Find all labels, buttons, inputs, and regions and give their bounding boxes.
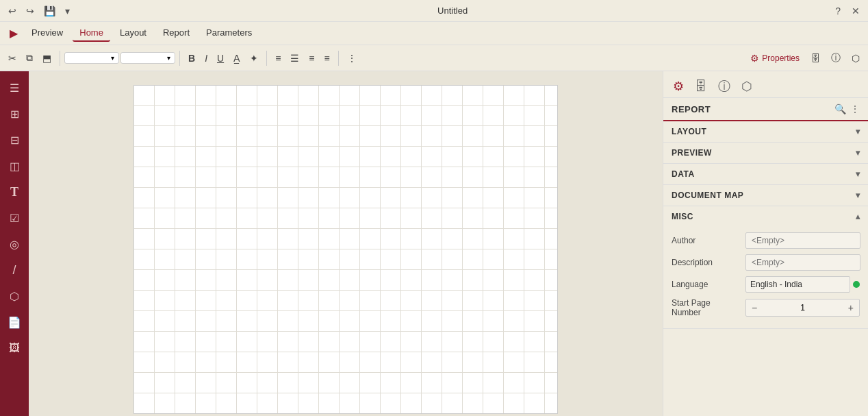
sidebar-icon-text[interactable]: T bbox=[3, 181, 25, 203]
menu-parameters[interactable]: Parameters bbox=[199, 25, 259, 42]
sidebar-icon-line[interactable]: / bbox=[3, 259, 25, 281]
export-button[interactable]: ⬡ bbox=[847, 50, 864, 66]
sidebar-icon-image[interactable]: 🖼 bbox=[3, 337, 25, 359]
language-status-dot bbox=[853, 281, 860, 288]
properties-label: Properties bbox=[762, 53, 800, 63]
info-button[interactable]: ⓘ bbox=[827, 49, 845, 67]
menu-report[interactable]: Report bbox=[156, 25, 196, 42]
font-color-button[interactable]: A̲ bbox=[229, 50, 244, 66]
sidebar-icon-hamburger[interactable]: ☰ bbox=[3, 77, 25, 99]
data-button[interactable]: 🗄 bbox=[806, 50, 824, 66]
panel-title-area: REPORT 🔍 ⋮ bbox=[663, 98, 868, 121]
separator-2 bbox=[179, 51, 180, 66]
description-input[interactable] bbox=[745, 254, 860, 271]
preview-section-label: PREVIEW bbox=[672, 148, 712, 158]
panel-title: REPORT bbox=[672, 104, 834, 114]
save-dropdown-button[interactable]: ▾ bbox=[62, 4, 73, 18]
close-button[interactable]: ✕ bbox=[849, 4, 863, 18]
info-tab-button[interactable]: ⓘ bbox=[714, 75, 735, 97]
sidebar-icon-document[interactable]: 📄 bbox=[3, 311, 25, 333]
align-left-button[interactable]: ≡ bbox=[271, 50, 285, 66]
language-select-wrap: English - India English - US French Germ… bbox=[745, 276, 860, 293]
document-map-chevron-icon: ▾ bbox=[856, 191, 860, 200]
underline-button[interactable]: U bbox=[213, 50, 228, 66]
report-canvas bbox=[133, 85, 558, 414]
right-panel: ⚙ 🗄 ⓘ ⬡ REPORT 🔍 ⋮ LAYOUT ▾ PREVIEW ▾ bbox=[663, 71, 868, 416]
preview-play-button[interactable]: ▶ bbox=[5, 24, 22, 42]
more-panel-button[interactable]: ⋮ bbox=[850, 103, 860, 114]
title-bar-left: ↩ ↪ 💾 ▾ bbox=[5, 4, 73, 18]
author-input[interactable] bbox=[745, 232, 860, 249]
search-panel-button[interactable]: 🔍 bbox=[834, 103, 846, 114]
sidebar-icon-layers[interactable]: ⊞ bbox=[3, 103, 25, 125]
redo-button[interactable]: ↪ bbox=[23, 4, 37, 18]
author-row: Author bbox=[672, 232, 860, 249]
menu-bar: ▶ Preview Home Layout Report Parameters bbox=[0, 22, 868, 45]
data-section-header[interactable]: DATA ▾ bbox=[663, 164, 868, 184]
stepper-decrement-button[interactable]: − bbox=[746, 299, 763, 316]
sidebar-icon-checkbox[interactable]: ☑ bbox=[3, 207, 25, 229]
undo-button[interactable]: ↩ bbox=[5, 4, 19, 18]
stepper-increment-button[interactable]: + bbox=[843, 299, 859, 316]
gear-icon: ⚙ bbox=[750, 53, 759, 64]
paste-button[interactable]: ⬒ bbox=[38, 50, 55, 66]
bold-button[interactable]: B bbox=[184, 50, 199, 66]
data-section: DATA ▾ bbox=[663, 164, 868, 185]
save-button[interactable]: 💾 bbox=[41, 4, 58, 18]
canvas-area: ContinuousSection1 + Add Section bbox=[29, 71, 663, 416]
title-bar-right: ? ✕ bbox=[832, 4, 863, 18]
misc-chevron-icon: ▴ bbox=[856, 212, 860, 221]
align-right-button[interactable]: ≡ bbox=[305, 50, 318, 66]
copy-button[interactable]: ⧉ bbox=[22, 49, 37, 66]
separator-1 bbox=[60, 51, 60, 66]
layout-section: LAYOUT ▾ bbox=[663, 121, 868, 143]
start-page-number-stepper: − 1 + bbox=[745, 299, 860, 317]
toolbar-right: ⚙ Properties 🗄 ⓘ ⬡ bbox=[746, 49, 864, 67]
document-map-section-label: DOCUMENT MAP bbox=[672, 191, 743, 200]
language-row: Language English - India English - US Fr… bbox=[672, 276, 860, 293]
sidebar-icon-target[interactable]: ◎ bbox=[3, 233, 25, 255]
pin-tab-button[interactable]: ⬡ bbox=[737, 76, 756, 97]
preview-section: PREVIEW ▾ bbox=[663, 143, 868, 164]
align-justify-button[interactable]: ≡ bbox=[320, 50, 333, 66]
document-map-section: DOCUMENT MAP ▾ bbox=[663, 185, 868, 206]
separator-4 bbox=[338, 51, 339, 66]
toolbar: ✂ ⧉ ⬒ ▾ ▾ B I U A̲ ✦ ≡ ☰ ≡ ≡ ⋮ ⚙ Propert… bbox=[0, 45, 868, 71]
sidebar-icon-components[interactable]: ⊟ bbox=[3, 129, 25, 151]
main-area: ☰ ⊞ ⊟ ◫ T ☑ ◎ / ⬡ 📄 🖼 ContinuousSection1… bbox=[0, 71, 868, 416]
description-row: Description bbox=[672, 254, 860, 271]
sidebar-icon-layers2[interactable]: ◫ bbox=[3, 155, 25, 177]
misc-section-header[interactable]: MISC ▴ bbox=[663, 206, 868, 227]
italic-button[interactable]: I bbox=[201, 50, 212, 66]
font-dropdown[interactable]: ▾ bbox=[64, 52, 119, 64]
help-button[interactable]: ? bbox=[832, 4, 843, 18]
layout-section-label: LAYOUT bbox=[672, 127, 706, 136]
document-map-section-header[interactable]: DOCUMENT MAP ▾ bbox=[663, 185, 868, 206]
cut-button[interactable]: ✂ bbox=[4, 50, 21, 66]
document-title: Untitled bbox=[73, 5, 832, 16]
more-options-button[interactable]: ⋮ bbox=[343, 50, 361, 66]
data-tab-button[interactable]: 🗄 bbox=[691, 77, 711, 97]
title-bar: ↩ ↪ 💾 ▾ Untitled ? ✕ bbox=[0, 0, 868, 22]
highlight-button[interactable]: ✦ bbox=[246, 50, 262, 66]
menu-preview[interactable]: Preview bbox=[25, 25, 70, 42]
align-center-button[interactable]: ☰ bbox=[286, 50, 303, 66]
canvas-wrapper bbox=[29, 71, 663, 416]
start-page-number-label: Start Page Number bbox=[672, 298, 740, 317]
menu-home[interactable]: Home bbox=[73, 25, 110, 42]
start-page-number-row: Start Page Number − 1 + bbox=[672, 298, 860, 317]
layout-section-header[interactable]: LAYOUT ▾ bbox=[663, 121, 868, 142]
sidebar-icon-shapes[interactable]: ⬡ bbox=[3, 285, 25, 307]
stepper-value: 1 bbox=[763, 303, 843, 313]
misc-section-label: MISC bbox=[672, 212, 693, 221]
size-dropdown[interactable]: ▾ bbox=[120, 52, 175, 64]
author-label: Author bbox=[672, 236, 740, 245]
panel-title-icons: 🔍 ⋮ bbox=[834, 103, 860, 114]
menu-layout[interactable]: Layout bbox=[113, 25, 153, 42]
language-label: Language bbox=[672, 280, 740, 289]
preview-section-header[interactable]: PREVIEW ▾ bbox=[663, 143, 868, 163]
properties-button[interactable]: ⚙ Properties bbox=[746, 50, 804, 66]
properties-tab-button[interactable]: ⚙ bbox=[669, 76, 688, 97]
language-select[interactable]: English - India English - US French Germ… bbox=[745, 276, 850, 293]
misc-section: MISC ▴ Author Description Language bbox=[663, 206, 868, 329]
